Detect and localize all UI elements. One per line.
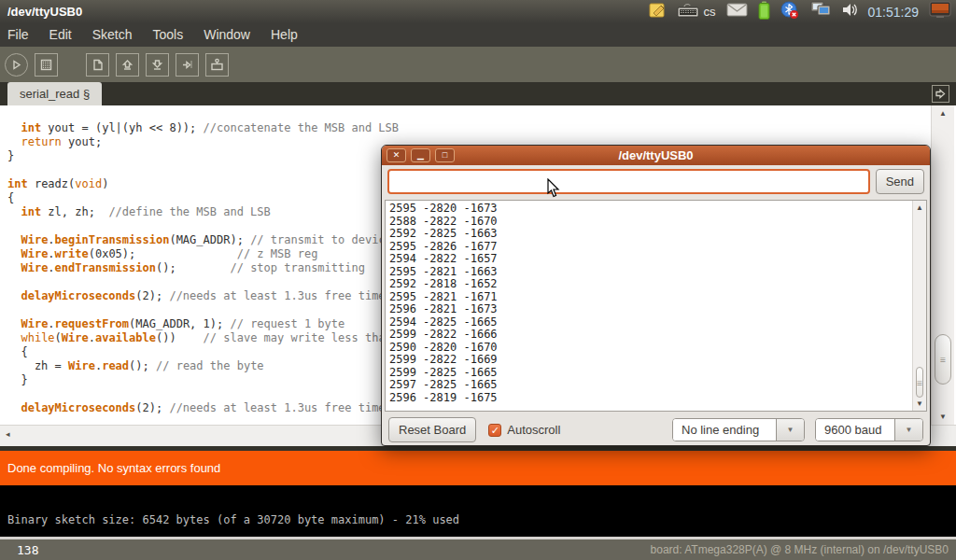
scroll-down-icon[interactable]: ▼ bbox=[913, 399, 926, 408]
menu-item-sketch[interactable]: Sketch bbox=[82, 23, 143, 47]
scrollbar-grip-icon: ☰ bbox=[940, 358, 946, 361]
tab-bar: serial_read § bbox=[0, 82, 956, 105]
send-button[interactable]: Send bbox=[876, 169, 924, 194]
line-ending-select[interactable]: No line ending ▼ bbox=[672, 418, 805, 441]
serial-monitor-window: /dev/ttyUSB0 ✕ ▁ □ Send 2595 -2820 -1673… bbox=[381, 145, 931, 446]
serial-monitor-title: /dev/ttyUSB0 bbox=[382, 148, 930, 162]
chevron-down-icon[interactable]: ▼ bbox=[776, 419, 804, 441]
keyboard-layout-label[interactable]: cs bbox=[704, 5, 716, 19]
serial-data-row: 2595 -2826 -1677 bbox=[386, 241, 926, 254]
serial-output[interactable]: 2595 -2820 -16732588 -2822 -16702592 -28… bbox=[385, 200, 927, 412]
save-sketch-button[interactable] bbox=[146, 53, 169, 77]
chevron-down-icon[interactable]: ▼ bbox=[894, 419, 922, 441]
serial-data-row: 2595 -2821 -1663 bbox=[386, 266, 926, 279]
volume-icon[interactable] bbox=[842, 2, 858, 21]
bluetooth-icon[interactable] bbox=[780, 1, 799, 23]
serial-data-row: 2595 -2820 -1673 bbox=[386, 203, 926, 216]
menu-item-edit[interactable]: Edit bbox=[39, 23, 82, 47]
baud-rate-value: 9600 baud bbox=[816, 419, 894, 441]
serial-input[interactable] bbox=[387, 169, 870, 194]
menu-item-file[interactable]: File bbox=[0, 23, 39, 47]
scroll-up-icon[interactable]: ▲ bbox=[932, 109, 954, 118]
clock[interactable]: 01:51:29 bbox=[868, 5, 920, 20]
stop-button[interactable] bbox=[35, 53, 58, 77]
menu-item-help[interactable]: Help bbox=[260, 23, 308, 47]
session-menu-icon[interactable] bbox=[929, 1, 951, 22]
tab-serial-read[interactable]: serial_read § bbox=[7, 82, 102, 105]
board-info: board: ATmega328P(A) @ 8 MHz (internal) … bbox=[651, 543, 956, 556]
serial-data-row: 2590 -2820 -1670 bbox=[386, 342, 926, 355]
serial-scrollbar[interactable]: ▲ ☰ ▼ bbox=[912, 201, 926, 411]
editor-vertical-scrollbar[interactable]: ▲ ☰ ▼ bbox=[931, 105, 954, 425]
verify-button[interactable] bbox=[5, 53, 28, 77]
serial-data-row: 2596 -2819 -1675 bbox=[386, 392, 926, 405]
serial-data-row: 2599 -2825 -1665 bbox=[386, 367, 926, 380]
toolbar bbox=[0, 47, 956, 82]
editor-scrollbar-thumb[interactable]: ☰ bbox=[935, 334, 951, 385]
reset-board-button[interactable]: Reset Board bbox=[388, 417, 476, 442]
compile-status-bar: Done compiling. No syntax errors found bbox=[0, 451, 956, 485]
line-ending-value: No line ending bbox=[673, 419, 776, 441]
window-buttons: ✕ ▁ □ bbox=[382, 148, 455, 162]
autoscroll-checkbox[interactable]: ✓ bbox=[488, 424, 501, 437]
line-number-indicator: 138 bbox=[0, 543, 38, 557]
tab-menu-button[interactable] bbox=[932, 85, 949, 103]
status-footer: 138 board: ATmega328P(A) @ 8 MHz (intern… bbox=[0, 539, 956, 560]
serial-data-row: 2588 -2822 -1670 bbox=[386, 216, 926, 229]
scroll-up-icon[interactable]: ▲ bbox=[913, 203, 926, 212]
new-sketch-button[interactable] bbox=[86, 53, 109, 77]
menu-item-tools[interactable]: Tools bbox=[143, 23, 194, 47]
baud-rate-select[interactable]: 9600 baud ▼ bbox=[815, 418, 923, 441]
mouse-cursor bbox=[547, 178, 560, 202]
serial-data-row: 2592 -2825 -1663 bbox=[386, 228, 926, 241]
serial-data-row: 2596 -2821 -1673 bbox=[386, 303, 926, 316]
upload-button[interactable] bbox=[176, 53, 199, 77]
serial-data-row: 2599 -2822 -1666 bbox=[386, 329, 926, 342]
serial-data-row: 2594 -2825 -1665 bbox=[386, 316, 926, 329]
menu-bar: FileEditSketchToolsWindowHelp bbox=[0, 23, 956, 47]
serial-input-row: Send bbox=[387, 169, 924, 195]
build-console: Binary sketch size: 6542 bytes (of a 307… bbox=[0, 485, 956, 537]
open-sketch-button[interactable] bbox=[116, 53, 139, 77]
menu-item-window[interactable]: Window bbox=[193, 23, 260, 47]
serial-scrollbar-thumb[interactable]: ☰ bbox=[916, 367, 923, 398]
serial-controls-row: Reset Board ✓ Autoscroll No line ending … bbox=[388, 417, 923, 442]
active-window-title: /dev/ttyUSB0 bbox=[0, 5, 82, 19]
code-line: int yout = (yl|(yh << 8)); //concatenate… bbox=[7, 121, 956, 135]
keyboard-indicator-icon[interactable] bbox=[677, 3, 699, 21]
console-output: Binary sketch size: 6542 bytes (of a 307… bbox=[7, 513, 459, 526]
autoscroll-label[interactable]: Autoscroll bbox=[507, 423, 560, 437]
mail-indicator-icon[interactable] bbox=[726, 3, 748, 21]
minimize-button[interactable]: ▁ bbox=[411, 148, 430, 162]
battery-icon[interactable] bbox=[758, 1, 770, 23]
scroll-left-icon[interactable]: ◂ bbox=[6, 429, 10, 439]
note-applet-icon[interactable] bbox=[649, 2, 667, 22]
serial-data-row: 2597 -2825 -1665 bbox=[386, 379, 926, 392]
close-button[interactable]: ✕ bbox=[387, 148, 406, 162]
serial-monitor-titlebar[interactable]: /dev/ttyUSB0 ✕ ▁ □ bbox=[382, 146, 930, 165]
serial-data-row: 2592 -2818 -1652 bbox=[386, 278, 926, 291]
network-icon[interactable] bbox=[809, 1, 832, 22]
maximize-button[interactable]: □ bbox=[435, 148, 455, 162]
serial-data-row: 2599 -2822 -1669 bbox=[386, 354, 926, 367]
scroll-down-icon[interactable]: ▼ bbox=[932, 413, 954, 421]
scrollbar-grip-icon: ☰ bbox=[917, 381, 922, 384]
serial-data-row: 2595 -2821 -1671 bbox=[386, 291, 926, 304]
serial-data-row: 2594 -2822 -1657 bbox=[386, 253, 926, 266]
desktop-top-bar: /dev/ttyUSB0 cs 01:51:29 bbox=[0, 0, 956, 23]
serial-monitor-button[interactable] bbox=[205, 53, 229, 77]
system-tray: cs 01:51:29 bbox=[649, 1, 956, 23]
